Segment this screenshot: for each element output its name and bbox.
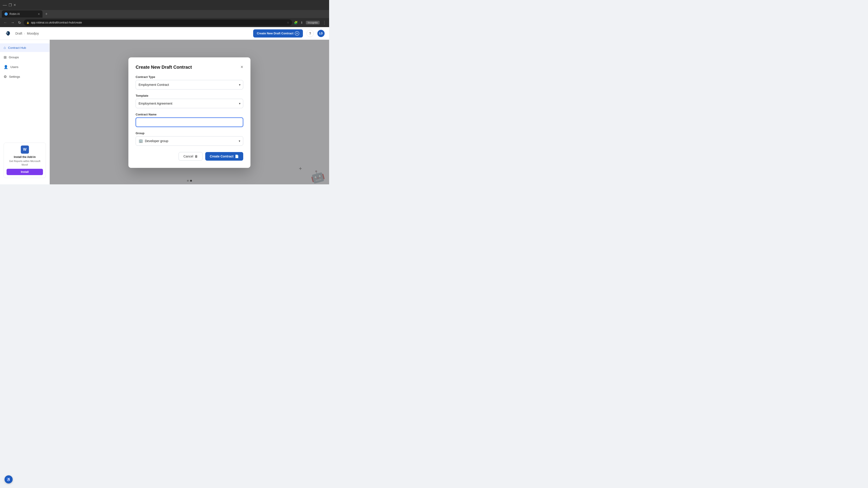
incognito-badge: Incognito	[306, 21, 320, 24]
create-new-draft-button[interactable]: Create New Draft Contract +	[253, 29, 303, 37]
breadcrumb-org[interactable]: Moodjoy	[27, 32, 39, 35]
modal-overlay: Create New Draft Contract × Contract Typ…	[50, 40, 329, 184]
sidebar-item-users[interactable]: 👤 Users	[0, 63, 50, 71]
create-contract-button[interactable]: Create Contract 📄	[205, 152, 243, 161]
browser-menu-icon[interactable]: ⋮	[322, 20, 327, 25]
breadcrumb: Draft › Moodjoy	[16, 32, 39, 35]
contract-name-input[interactable]	[135, 118, 243, 127]
sidebar-item-contract-hub[interactable]: ⌂ Contract Hub	[0, 43, 50, 52]
new-tab-button[interactable]: +	[43, 12, 50, 17]
sidebar-label-settings: Settings	[9, 75, 20, 78]
cancel-button[interactable]: Cancel 🗑	[179, 152, 203, 161]
create-btn-label: Create New Draft Contract	[257, 32, 293, 35]
app-container: Draft › Moodjoy Create New Draft Contrac…	[0, 27, 329, 184]
trash-icon: 🗑	[195, 155, 198, 158]
contract-type-select[interactable]: Employment Contract NDA Service Agreemen…	[135, 80, 243, 90]
extensions-icon[interactable]: 🧩	[294, 21, 298, 24]
group-building-icon: 🏢	[138, 139, 143, 143]
address-bar[interactable]: 🔒 app.robinai.co.uk/draft/contract-hub/c…	[24, 20, 292, 26]
forward-button[interactable]: →	[10, 20, 16, 26]
template-select[interactable]: Employment Agreement Standard Template	[135, 99, 243, 108]
minimize-icon[interactable]: —	[3, 3, 7, 7]
modal-header: Create New Draft Contract ×	[135, 65, 243, 70]
tab-close-icon[interactable]: ×	[38, 12, 40, 16]
nav-actions: 🧩 ⬇ Incognito ⋮	[294, 20, 327, 25]
document-icon: 📄	[235, 155, 239, 158]
cancel-label: Cancel	[183, 155, 193, 158]
modal-title: Create New Draft Contract	[135, 65, 192, 70]
template-field: Template Employment Agreement Standard T…	[135, 94, 243, 108]
group-select[interactable]: 🏢 Developer group ▾	[135, 136, 243, 146]
contract-type-label: Contract Type	[135, 75, 243, 78]
restore-icon[interactable]: ❐	[8, 3, 12, 7]
browser-window-controls: — ❐ ×	[0, 0, 329, 10]
sidebar-label-groups: Groups	[9, 56, 19, 59]
modal-footer: Cancel 🗑 Create Contract 📄	[135, 152, 243, 161]
sidebar-bottom: W Install the Add-in Get Reports within …	[0, 139, 50, 182]
tab-bar: 🐦 Robin AI × +	[0, 10, 329, 18]
avatar[interactable]: LD	[317, 30, 324, 37]
help-button[interactable]: ?	[307, 30, 314, 37]
install-card-title: Install the Add-in	[6, 156, 43, 159]
sidebar-item-settings[interactable]: ⚙ Settings	[0, 72, 50, 81]
grid-icon: ⊞	[4, 55, 6, 59]
contract-type-field: Contract Type Employment Contract NDA Se…	[135, 75, 243, 90]
bookmark-icon[interactable]: ☆	[287, 21, 289, 24]
contract-name-label: Contract Name	[135, 113, 243, 116]
template-label: Template	[135, 94, 243, 97]
back-button[interactable]: ←	[3, 20, 8, 26]
contract-type-select-wrapper: Employment Contract NDA Service Agreemen…	[135, 80, 243, 90]
sidebar-item-groups[interactable]: ⊞ Groups	[0, 53, 50, 62]
breadcrumb-draft[interactable]: Draft	[16, 32, 22, 35]
group-field: Group 🏢 Developer group ▾	[135, 131, 243, 146]
template-select-wrapper: Employment Agreement Standard Template ▾	[135, 99, 243, 108]
browser-tab-robin[interactable]: 🐦 Robin AI ×	[2, 10, 42, 18]
create-label: Create Contract	[210, 155, 234, 158]
address-text: app.robinai.co.uk/draft/contract-hub/cre…	[31, 21, 82, 24]
page-area: Create New Draft Contract × Contract Typ…	[50, 40, 329, 184]
lock-icon: 🔒	[26, 22, 29, 24]
app-header: Draft › Moodjoy Create New Draft Contrac…	[0, 27, 329, 40]
reload-button[interactable]: ↻	[17, 20, 22, 26]
robin-logo-icon	[5, 30, 11, 37]
install-addon-card: W Install the Add-in Get Reports within …	[4, 142, 46, 178]
tab-title: Robin AI	[9, 12, 20, 15]
sidebar: ⌂ Contract Hub ⊞ Groups 👤 Users ⚙ Settin…	[0, 40, 50, 184]
help-icon: ?	[309, 32, 311, 35]
modal-close-button[interactable]: ×	[241, 65, 243, 69]
user-icon: 👤	[4, 65, 8, 69]
breadcrumb-separator: ›	[24, 32, 25, 35]
install-button[interactable]: Install	[6, 169, 43, 175]
contract-name-field: Contract Name	[135, 113, 243, 127]
svg-point-0	[7, 32, 8, 33]
create-btn-icon: +	[295, 31, 299, 36]
sidebar-label-contract-hub: Contract Hub	[8, 46, 26, 50]
main-content: ⌂ Contract Hub ⊞ Groups 👤 Users ⚙ Settin…	[0, 40, 329, 184]
word-icon: W	[21, 145, 29, 154]
close-window-icon[interactable]: ×	[13, 3, 16, 7]
group-chevron-icon: ▾	[239, 139, 240, 143]
avatar-label: LD	[319, 32, 323, 35]
create-contract-modal: Create New Draft Contract × Contract Typ…	[128, 57, 250, 168]
group-label: Group	[135, 131, 243, 135]
download-icon[interactable]: ⬇	[301, 21, 303, 24]
group-value: Developer group	[145, 139, 237, 143]
sidebar-label-users: Users	[10, 65, 18, 69]
tab-favicon: 🐦	[4, 12, 8, 15]
nav-bar: ← → ↻ 🔒 app.robinai.co.uk/draft/contract…	[0, 18, 329, 27]
install-card-description: Get Reports within Microsoft Word!	[6, 160, 43, 166]
settings-icon: ⚙	[4, 74, 7, 79]
home-icon: ⌂	[4, 46, 6, 50]
app-logo	[4, 30, 12, 37]
